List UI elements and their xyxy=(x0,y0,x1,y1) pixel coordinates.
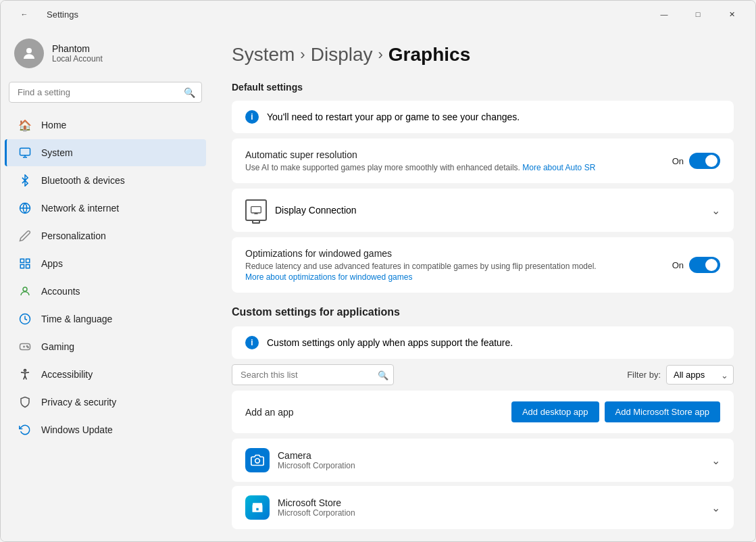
update-icon xyxy=(18,423,32,437)
restart-message: You'll need to restart your app or game … xyxy=(267,112,520,122)
sidebar-item-accounts[interactable]: Accounts xyxy=(5,278,206,305)
filter-label: Filter by: xyxy=(627,370,661,380)
sidebar-item-accessibility[interactable]: Accessibility xyxy=(5,361,206,388)
sidebar-item-apps[interactable]: Apps xyxy=(5,250,206,277)
time-icon xyxy=(18,312,32,326)
windowed-games-card: Optimizations for windowed games Reduce … xyxy=(232,237,734,293)
system-icon xyxy=(18,146,32,159)
camera-app-icon xyxy=(245,448,270,472)
sidebar-search: 🔍 xyxy=(9,82,202,103)
store-app-publisher: Microsoft Corporation xyxy=(278,508,355,518)
auto-sr-row: Automatic super resolution Use AI to mak… xyxy=(245,149,720,172)
avatar xyxy=(14,39,44,68)
camera-app-name: Camera xyxy=(278,450,355,461)
search-list-wrapper: 🔍 xyxy=(232,364,394,385)
store-app-icon xyxy=(245,495,270,520)
info-icon: i xyxy=(245,110,259,124)
display-connection-card: Display Connection ⌄ xyxy=(232,189,734,232)
accounts-icon xyxy=(18,285,32,298)
auto-sr-toggle-label: On xyxy=(672,156,684,166)
user-type: Local Account xyxy=(52,54,103,64)
sidebar-item-label-accounts: Accounts xyxy=(41,286,80,297)
sidebar-item-network[interactable]: Network & internet xyxy=(5,195,206,222)
svg-point-15 xyxy=(28,347,29,348)
sidebar-item-bluetooth[interactable]: Bluetooth & devices xyxy=(5,167,206,194)
search-icon: 🔍 xyxy=(184,87,195,98)
search-input[interactable] xyxy=(9,82,202,103)
add-desktop-app-button[interactable]: Add desktop app xyxy=(511,401,599,422)
svg-rect-1 xyxy=(20,148,30,155)
auto-sr-name: Automatic super resolution xyxy=(245,149,595,160)
breadcrumb-display[interactable]: Display xyxy=(311,44,373,66)
custom-info-banner: i Custom settings only apply when apps s… xyxy=(232,326,734,359)
privacy-icon xyxy=(18,395,32,409)
svg-rect-6 xyxy=(26,259,30,262)
sidebar-item-label-personalization: Personalization xyxy=(41,230,106,241)
camera-chevron-icon[interactable]: ⌄ xyxy=(711,454,720,467)
sidebar-item-label-update: Windows Update xyxy=(41,424,113,435)
gaming-icon xyxy=(18,340,32,353)
windowed-games-toggle[interactable] xyxy=(689,257,720,273)
add-app-label: Add an app xyxy=(245,407,294,418)
close-button[interactable]: ✕ xyxy=(716,3,747,25)
breadcrumb-sep-1: › xyxy=(300,46,305,64)
user-info: Phantom Local Account xyxy=(52,43,103,64)
sidebar-item-gaming[interactable]: Gaming xyxy=(5,333,206,360)
custom-info-icon: i xyxy=(245,336,259,349)
sidebar-item-label-apps: Apps xyxy=(41,258,63,269)
store-app-left: Microsoft Store Microsoft Corporation xyxy=(245,495,355,520)
camera-app-left: Camera Microsoft Corporation xyxy=(245,448,355,472)
display-connection-label: Display Connection xyxy=(275,205,357,216)
accessibility-icon xyxy=(18,368,32,381)
titlebar: ← Settings — □ ✕ xyxy=(1,1,755,28)
sidebar-item-time[interactable]: Time & language xyxy=(5,305,206,332)
camera-app-publisher: Microsoft Corporation xyxy=(278,461,355,470)
sidebar-item-home[interactable]: 🏠 Home xyxy=(5,112,206,139)
filter-select[interactable]: All apps xyxy=(666,365,734,385)
sidebar-item-update[interactable]: Windows Update xyxy=(5,416,206,443)
svg-point-9 xyxy=(23,287,27,291)
add-app-buttons: Add desktop app Add Microsoft Store app xyxy=(511,401,720,422)
maximize-button[interactable]: □ xyxy=(682,3,713,25)
settings-window: ← Settings — □ ✕ xyxy=(0,0,756,542)
personalization-icon xyxy=(18,229,32,243)
auto-sr-card: Automatic super resolution Use AI to mak… xyxy=(232,139,734,183)
user-name: Phantom xyxy=(52,43,103,54)
display-connection-row[interactable]: Display Connection ⌄ xyxy=(245,199,720,221)
back-button[interactable]: ← xyxy=(9,3,40,25)
camera-app-info: Camera Microsoft Corporation xyxy=(278,450,355,470)
store-app-name: Microsoft Store xyxy=(278,497,355,508)
store-app-info: Microsoft Store Microsoft Corporation xyxy=(278,497,355,518)
svg-point-0 xyxy=(26,48,32,53)
app-row-camera: Camera Microsoft Corporation ⌄ xyxy=(232,439,734,482)
svg-rect-8 xyxy=(26,265,30,268)
custom-settings-section: Custom settings for applications i Custo… xyxy=(232,306,734,529)
sidebar-item-personalization[interactable]: Personalization xyxy=(5,222,206,249)
windowed-games-link[interactable]: More about optimizations for windowed ga… xyxy=(245,272,412,282)
sidebar-item-system[interactable]: System xyxy=(5,139,206,166)
breadcrumb-system[interactable]: System xyxy=(232,44,295,66)
filter-row: 🔍 Filter by: All apps xyxy=(232,364,734,385)
search-list-input[interactable] xyxy=(232,364,394,385)
titlebar-left: ← Settings xyxy=(9,3,78,25)
windowed-games-toggle-container: On xyxy=(672,257,720,273)
sidebar-item-privacy[interactable]: Privacy & security xyxy=(5,389,206,416)
svg-rect-5 xyxy=(20,259,24,262)
auto-sr-desc: Use AI to make supported games play more… xyxy=(245,163,595,172)
auto-sr-toggle[interactable] xyxy=(689,153,720,169)
filter-by: Filter by: All apps xyxy=(627,365,734,385)
add-store-app-button[interactable]: Add Microsoft Store app xyxy=(605,401,720,422)
home-icon: 🏠 xyxy=(18,118,32,132)
user-profile[interactable]: Phantom Local Account xyxy=(1,28,210,82)
default-settings-title: Default settings xyxy=(232,82,734,93)
titlebar-title: Settings xyxy=(47,9,78,20)
sidebar-item-label-network: Network & internet xyxy=(41,203,119,214)
minimize-button[interactable]: — xyxy=(649,3,680,25)
add-app-row: Add an app Add desktop app Add Microsoft… xyxy=(232,391,734,433)
custom-info-message: Custom settings only apply when apps sup… xyxy=(267,337,513,348)
auto-sr-text: Automatic super resolution Use AI to mak… xyxy=(245,149,595,172)
apps-icon xyxy=(18,257,32,270)
search-list-icon: 🔍 xyxy=(378,370,388,380)
auto-sr-link[interactable]: More about Auto SR xyxy=(522,163,595,172)
store-chevron-icon[interactable]: ⌄ xyxy=(711,501,720,514)
